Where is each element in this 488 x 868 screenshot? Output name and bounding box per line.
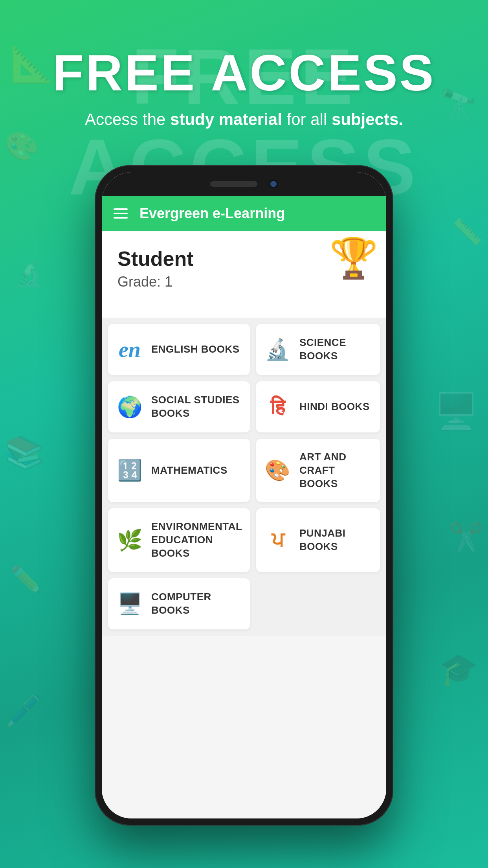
app-title: Evergreen e-Learning <box>139 205 285 222</box>
subtitle-bold2: subjects. <box>332 110 403 129</box>
punjabi-icon: ਪ <box>264 526 292 554</box>
science-icon: 🔬 <box>264 336 292 363</box>
science-label: SCIENCE BOOKS <box>299 336 372 363</box>
app-header: Evergreen e-Learning <box>102 196 386 231</box>
social-label: SOCIAL STUDIES BOOKS <box>151 394 242 420</box>
computer-label: COMPUTER BOOKS <box>151 590 242 617</box>
hero-title: FREE ACCESS <box>0 47 488 98</box>
subject-card-maths[interactable]: 🔢 MATHEMATICS <box>108 439 250 502</box>
english-label: ENGLISH BOOKS <box>151 343 240 356</box>
trophy-icon: 🏆 <box>329 235 378 281</box>
punjabi-label: PUNJABI BOOKS <box>299 527 372 554</box>
hero-section: FREE ACCESS Access the study material fo… <box>0 0 488 129</box>
subject-card-social[interactable]: 🌍 SOCIAL STUDIES BOOKS <box>108 381 250 432</box>
evs-icon: 🌿 <box>116 526 143 554</box>
subjects-grid: en ENGLISH BOOKS 🔬 SCIENCE BOOKS 🌍 SOCIA… <box>102 318 386 636</box>
maths-icon: 🔢 <box>116 457 143 484</box>
subject-card-english[interactable]: en ENGLISH BOOKS <box>108 324 250 375</box>
hindi-label: HINDI BOOKS <box>299 400 370 414</box>
phone-device: Evergreen e-Learning Student Grade: 1 🏆 … <box>95 165 393 826</box>
subject-card-artcraft[interactable]: 🎨 ART AND CRAFT BOOKS <box>256 439 380 502</box>
hamburger-line-1 <box>114 208 128 210</box>
subject-card-computer[interactable]: 🖥️ COMPUTER BOOKS <box>108 578 250 629</box>
subject-card-science[interactable]: 🔬 SCIENCE BOOKS <box>256 324 380 375</box>
subtitle-prefix: Access the <box>85 110 170 129</box>
computer-icon: 🖥️ <box>116 590 143 618</box>
evs-label: ENVIRONMENTAL EDUCATION BOOKS <box>151 520 242 560</box>
hero-subtitle: Access the study material for all subjec… <box>0 110 488 129</box>
phone-outer-shell: Evergreen e-Learning Student Grade: 1 🏆 … <box>95 165 393 826</box>
hamburger-line-3 <box>114 217 128 219</box>
subtitle-mid: for all <box>282 110 332 129</box>
artcraft-icon: 🎨 <box>264 457 292 484</box>
hamburger-line-2 <box>114 213 128 214</box>
subject-card-evs[interactable]: 🌿 ENVIRONMENTAL EDUCATION BOOKS <box>108 508 250 572</box>
menu-button[interactable] <box>114 208 128 219</box>
subtitle-bold1: study material <box>170 110 282 129</box>
hindi-icon: हि <box>264 393 292 421</box>
phone-camera <box>269 180 278 188</box>
student-banner: Student Grade: 1 🏆 <box>102 231 386 318</box>
subject-card-hindi[interactable]: हि HINDI BOOKS <box>256 381 380 432</box>
phone-notch <box>102 172 386 196</box>
maths-label: MATHEMATICS <box>151 464 227 477</box>
app-content: Student Grade: 1 🏆 en ENGLISH BOOKS <box>102 231 386 818</box>
phone-screen: Evergreen e-Learning Student Grade: 1 🏆 … <box>102 172 386 818</box>
english-icon: en <box>116 336 143 363</box>
artcraft-label: ART AND CRAFT BOOKS <box>299 451 372 490</box>
phone-speaker <box>210 181 257 187</box>
subject-card-punjabi[interactable]: ਪ PUNJABI BOOKS <box>256 508 380 572</box>
social-icon: 🌍 <box>116 393 143 421</box>
